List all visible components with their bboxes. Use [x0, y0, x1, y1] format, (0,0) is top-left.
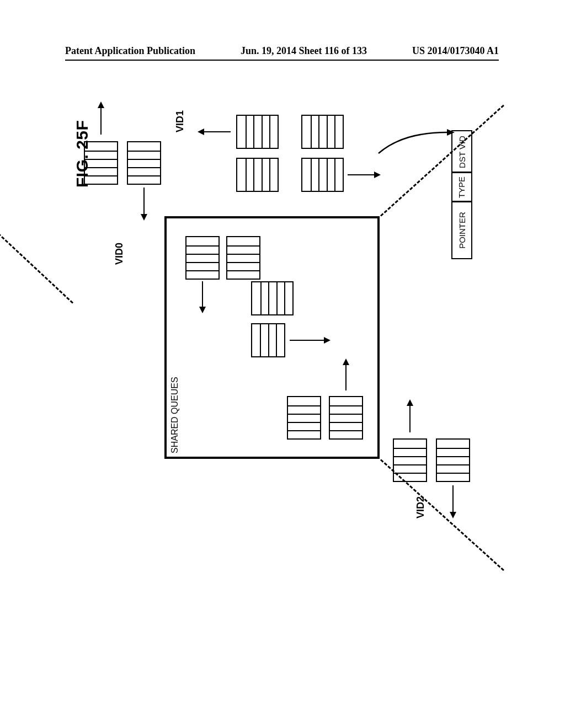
arrow-down-icon: [452, 485, 454, 517]
queue: [84, 141, 118, 185]
arrow-down-icon: [202, 281, 203, 312]
header-center: Jun. 19, 2014 Sheet 116 of 133: [241, 45, 367, 57]
dashed-line: [0, 216, 73, 304]
queue: [185, 236, 220, 280]
arrow-up-icon: [345, 360, 347, 390]
arrow-down-icon: [143, 188, 145, 220]
vid1-label: VID1: [174, 110, 186, 132]
queue: [329, 396, 363, 440]
queue: [236, 158, 279, 192]
queue: [301, 115, 344, 149]
queue: [251, 281, 294, 315]
queue: [436, 438, 470, 482]
queue: [226, 236, 260, 280]
vid0-label: VID0: [114, 243, 125, 265]
curved-arrow-icon: [375, 127, 458, 193]
queue: [301, 158, 344, 192]
queue: [127, 141, 161, 185]
queue: [393, 438, 427, 482]
svg-marker-0: [447, 129, 455, 136]
queue: [236, 115, 279, 149]
page-header: Patent Application Publication Jun. 19, …: [65, 45, 499, 57]
arrow-left-icon: [199, 131, 231, 132]
header-rule: [65, 60, 499, 61]
figure-canvas: FIG. 25F SHARED QUEUES VID0 VID1 VID2 DS…: [72, 94, 490, 640]
message-field-pointer: POINTER: [451, 201, 472, 259]
header-left: Patent Application Publication: [65, 45, 195, 57]
queue: [287, 396, 321, 440]
queue: [251, 323, 285, 357]
arrow-right-icon: [290, 340, 329, 341]
header-right: US 2014/0173040 A1: [412, 45, 499, 57]
arrow-up-icon: [100, 103, 102, 135]
arrow-up-icon: [409, 400, 411, 432]
shared-queues-label: SHARED QUEUES: [170, 377, 180, 453]
